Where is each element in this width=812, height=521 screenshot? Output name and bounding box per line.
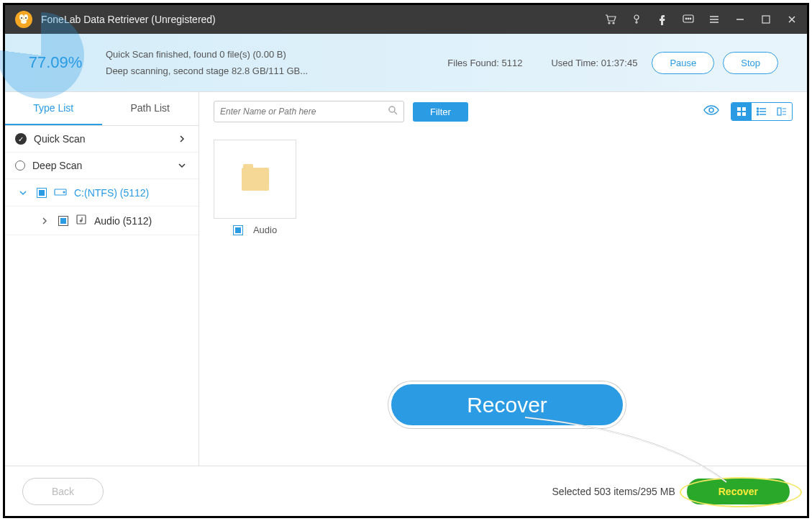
close-icon[interactable] [785, 13, 798, 26]
file-label: Audio [253, 225, 277, 235]
minimize-icon[interactable] [734, 13, 747, 26]
chevron-down-icon [178, 162, 188, 169]
menu-icon[interactable] [708, 13, 721, 26]
search-box[interactable] [214, 101, 404, 122]
svg-rect-20 [737, 107, 741, 111]
app-title: FoneLab Data Retriever (Unregistered) [41, 14, 604, 25]
chevron-down-icon [19, 189, 29, 196]
preview-icon[interactable] [703, 104, 719, 119]
svg-point-24 [757, 108, 759, 109]
status-line-1: Quick Scan finished, found 0 file(s) (0.… [106, 46, 447, 63]
file-grid: Audio [199, 131, 807, 466]
svg-point-17 [80, 220, 81, 222]
view-detail-button[interactable] [772, 103, 792, 120]
radio-empty-icon [15, 160, 25, 171]
used-time: Used Time: 01:37:45 [551, 58, 637, 68]
svg-point-25 [757, 111, 759, 112]
file-tree: ✓ Quick Scan Deep Scan C:(NTFS) (5112) [5, 126, 199, 466]
svg-point-8 [634, 15, 639, 19]
svg-point-18 [389, 107, 395, 112]
chevron-right-icon [178, 135, 188, 142]
view-list-button[interactable] [752, 103, 772, 120]
tree-drive-c[interactable]: C:(NTFS) (5112) [5, 179, 199, 207]
tree-quick-scan[interactable]: ✓ Quick Scan [5, 126, 199, 153]
key-icon[interactable] [630, 13, 643, 26]
tree-label: Quick Scan [34, 133, 171, 145]
titlebar: FoneLab Data Retriever (Unregistered) [5, 5, 807, 34]
checkbox-icon[interactable] [233, 225, 243, 235]
svg-point-12 [690, 18, 691, 19]
svg-point-26 [757, 114, 759, 115]
search-icon [388, 105, 398, 118]
filter-button[interactable]: Filter [413, 102, 468, 122]
stop-button[interactable]: Stop [723, 52, 778, 74]
svg-rect-16 [77, 215, 86, 224]
chevron-right-icon [41, 217, 51, 225]
content-toolbar: Filter [199, 92, 807, 131]
files-found: Files Found: 5112 [447, 58, 522, 68]
svg-rect-27 [777, 108, 781, 115]
recover-button[interactable]: Recover [687, 479, 790, 504]
back-button[interactable]: Back [22, 478, 104, 505]
checkbox-icon[interactable] [37, 188, 47, 198]
tree-deep-scan[interactable]: Deep Scan [5, 153, 199, 179]
svg-rect-13 [762, 16, 770, 23]
folder-icon [242, 168, 269, 191]
file-item-audio[interactable]: Audio [214, 140, 296, 235]
tree-label: Audio (5112) [94, 215, 152, 227]
progress-indicator: 77.09% [19, 34, 91, 91]
tree-label: C:(NTFS) (5112) [74, 187, 149, 199]
disk-icon [54, 186, 67, 199]
feedback-icon[interactable] [682, 13, 695, 26]
svg-rect-21 [742, 107, 746, 111]
svg-rect-23 [742, 112, 746, 116]
svg-point-15 [63, 191, 65, 193]
check-circle-icon: ✓ [15, 133, 27, 145]
maximize-icon[interactable] [759, 13, 772, 26]
view-grid-button[interactable] [731, 103, 752, 120]
search-input[interactable] [220, 107, 388, 117]
svg-point-19 [709, 108, 713, 112]
svg-point-10 [685, 18, 687, 19]
svg-point-6 [608, 22, 610, 24]
progress-percent: 77.09% [29, 53, 83, 72]
status-bar: 77.09% Quick Scan finished, found 0 file… [5, 34, 807, 91]
tab-type-list[interactable]: Type List [5, 92, 102, 125]
pause-button[interactable]: Pause [652, 52, 714, 74]
cart-icon[interactable] [604, 13, 617, 26]
music-icon [76, 214, 87, 227]
status-line-2: Deep scanning, second stage 82.8 GB/111 … [106, 63, 447, 79]
selected-count: Selected 503 items/295 MB [552, 486, 675, 497]
tree-audio[interactable]: Audio (5112) [5, 207, 199, 235]
svg-point-11 [688, 18, 689, 19]
svg-point-7 [613, 22, 614, 24]
svg-rect-22 [737, 112, 741, 116]
sidebar: Type List Path List ✓ Quick Scan Deep Sc… [5, 92, 199, 466]
checkbox-icon[interactable] [58, 216, 68, 226]
tree-label: Deep Scan [32, 160, 171, 171]
facebook-icon[interactable] [656, 13, 669, 26]
bottom-bar: Back Selected 503 items/295 MB Recover [5, 466, 807, 516]
folder-thumbnail [214, 140, 296, 219]
tab-path-list[interactable]: Path List [102, 92, 199, 125]
